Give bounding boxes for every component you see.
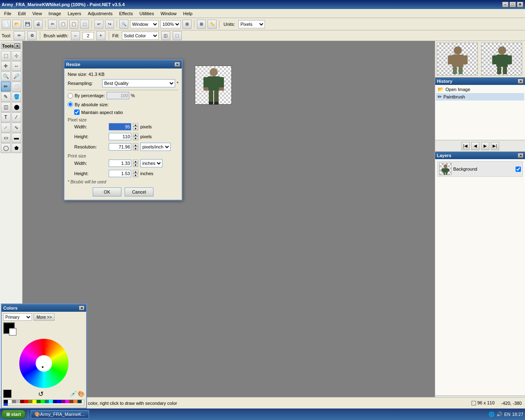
eyedropper-icon[interactable]: 💉 — [70, 390, 77, 397]
layers-close-button[interactable]: ✕ — [518, 153, 523, 158]
close-button[interactable]: ✕ — [517, 2, 523, 7]
layers-panel-header[interactable]: Layers ✕ — [435, 152, 525, 159]
print-unit-dropdown[interactable]: inches cm — [140, 159, 162, 167]
menu-help[interactable]: Help — [180, 10, 196, 17]
maximize-button[interactable]: □ — [509, 2, 516, 7]
history-prev-button[interactable]: ◀ — [471, 142, 479, 150]
print-width-up[interactable]: ▲ — [133, 160, 138, 163]
zoom-fit-button[interactable]: ⊞ — [183, 20, 192, 29]
minimize-button[interactable]: – — [502, 2, 509, 7]
history-first-button[interactable]: |◀ — [461, 142, 470, 150]
tool-ellipse[interactable]: ◯ — [1, 143, 11, 153]
pixel-width-down[interactable]: ▼ — [133, 127, 138, 130]
start-button[interactable]: ⊞ start — [2, 410, 25, 419]
menu-image[interactable]: Image — [45, 10, 64, 17]
palette-color-10[interactable] — [45, 400, 49, 403]
save-button[interactable]: 💾 — [23, 20, 32, 29]
print-button[interactable]: 🖨 — [34, 20, 43, 29]
history-item-open[interactable]: 📂 Open Image — [436, 86, 524, 93]
print-height-up[interactable]: ▲ — [133, 170, 138, 173]
brush-size-plus-icon[interactable]: + — [96, 31, 105, 40]
palette-color-17[interactable] — [73, 400, 78, 403]
palette-color-15[interactable] — [65, 400, 69, 403]
color-reset-icon[interactable]: ↺ — [38, 390, 43, 398]
palette-color-13[interactable] — [57, 400, 61, 403]
tool-pencil[interactable]: ✎ — [1, 92, 11, 102]
resolution-down[interactable]: ▼ — [133, 147, 138, 151]
open-button[interactable]: 📂 — [12, 20, 21, 29]
menu-effects[interactable]: Effects — [116, 10, 136, 17]
palette-color-5[interactable] — [24, 400, 28, 403]
ok-button[interactable]: OK — [93, 187, 121, 196]
tool-move[interactable]: ✛ — [1, 61, 11, 71]
menu-utilities[interactable]: Utilities — [136, 10, 157, 17]
color-more-button[interactable]: More >> — [34, 313, 55, 321]
colors-panel-header[interactable]: Colors ✕ — [2, 304, 86, 312]
palette-color-16[interactable] — [69, 400, 73, 403]
tool-rectangle[interactable]: ▭ — [1, 133, 11, 143]
cut-button[interactable]: ✂ — [48, 20, 57, 29]
units-dropdown[interactable]: Pixels Inches Centimeters — [238, 20, 265, 28]
tool-rounded-rect[interactable]: ▬ — [11, 133, 21, 143]
layer-background[interactable]: Background — [437, 161, 523, 177]
menu-view[interactable]: View — [29, 10, 46, 17]
tools-panel-close[interactable]: ✕ — [14, 43, 20, 48]
paste-button[interactable]: 📋 — [69, 20, 78, 29]
pixel-width-input[interactable] — [109, 123, 131, 130]
resolution-input[interactable] — [109, 143, 131, 151]
primary-color-swatch[interactable] — [3, 322, 15, 334]
tool-freeform[interactable]: ⬟ — [11, 143, 21, 153]
blend-mode-icon[interactable]: ◫ — [161, 31, 170, 40]
resolution-unit-dropdown[interactable]: pixels/inch pixels/cm — [140, 143, 171, 151]
undo-button[interactable]: ↩ — [94, 20, 103, 29]
history-next-button[interactable]: ▶ — [481, 142, 489, 150]
menu-layers[interactable]: Layers — [64, 10, 84, 17]
brush-width-input[interactable] — [82, 32, 94, 39]
tool-curve[interactable]: ∿ — [11, 123, 21, 132]
palette-color-2[interactable] — [12, 400, 16, 403]
print-height-input[interactable] — [109, 170, 131, 177]
zoom-dropdown[interactable]: 100% — [160, 20, 181, 28]
resolution-up[interactable]: ▲ — [133, 143, 138, 147]
by-percentage-radio[interactable] — [68, 93, 73, 98]
resampling-dropdown[interactable]: Best Quality Bicubic Bilinear Nearest Ne… — [102, 79, 175, 87]
tool-paintbrush[interactable]: ✏ — [1, 82, 11, 91]
palette-color-3[interactable] — [16, 400, 20, 403]
pixel-width-up[interactable]: ▲ — [133, 123, 138, 127]
tool-eraser[interactable]: ⬜ — [11, 82, 21, 91]
history-last-button[interactable]: ▶| — [491, 142, 499, 150]
new-button[interactable]: 📄 — [2, 20, 11, 29]
menu-adjustments[interactable]: Adjustments — [84, 10, 116, 17]
black-swatch[interactable] — [3, 390, 11, 398]
palette-color-9[interactable] — [41, 400, 45, 403]
tool-magic-wand[interactable]: 🔍 — [1, 71, 11, 81]
color-wheel[interactable] — [19, 339, 68, 388]
tool-text[interactable]: T — [1, 112, 11, 122]
percentage-input[interactable] — [107, 92, 129, 99]
alpha-icon[interactable]: ⬚ — [173, 31, 182, 40]
tool-options-icon[interactable]: ⚙ — [27, 31, 37, 40]
print-width-input[interactable] — [109, 160, 131, 167]
layer-visibility-checkbox[interactable] — [516, 167, 521, 172]
window-dropdown[interactable]: Window — [130, 20, 159, 28]
tool-recolor[interactable]: ⬤ — [11, 102, 21, 112]
zoom-in-button[interactable]: 🔍 — [119, 20, 128, 29]
palette-color-7[interactable] — [32, 400, 37, 403]
current-tool-icon[interactable]: ✏ — [14, 31, 25, 40]
grid-button[interactable]: ⊞ — [197, 20, 206, 29]
history-panel-header[interactable]: History ✕ — [435, 78, 525, 85]
palette-color-19[interactable] — [4, 403, 8, 406]
maintain-aspect-checkbox[interactable] — [74, 110, 80, 115]
history-item-paintbrush[interactable]: ✏ Paintbrush — [436, 93, 524, 100]
tool-line[interactable]: ⟋ — [1, 123, 11, 132]
fill-dropdown[interactable]: Solid Color Gradient No Fill — [122, 32, 159, 40]
tool-lasso-select[interactable]: ⊹ — [11, 51, 21, 61]
color-picker-icon[interactable]: 🎨 — [78, 390, 84, 397]
ruler-button[interactable]: 📏 — [208, 20, 217, 29]
palette-color-12[interactable] — [53, 400, 57, 403]
pixel-height-up[interactable]: ▲ — [133, 133, 138, 137]
pixel-height-input[interactable] — [109, 133, 131, 140]
menu-edit[interactable]: Edit — [15, 10, 29, 17]
palette-color-14[interactable] — [61, 400, 65, 403]
menu-window[interactable]: Window — [157, 10, 180, 17]
